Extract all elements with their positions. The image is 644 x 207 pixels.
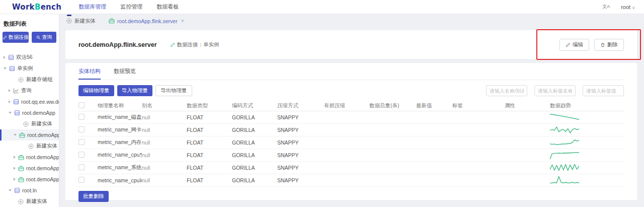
circle-plus-icon	[28, 143, 34, 150]
tree-item-label: root.demoApp.spark.ser	[26, 165, 59, 171]
tab-new-entity-label: 新建实体	[74, 18, 96, 25]
entity-connection: 数据连接：单实例	[170, 41, 219, 48]
table-row[interactable]: metric_name_内存使... null FLOAT GORILLA SN…	[78, 136, 624, 149]
column-header: 属性	[505, 102, 550, 109]
nav-item[interactable]: 数据看板	[156, 3, 179, 11]
sidebar-title: 数据列表	[0, 17, 59, 32]
circle-plus-icon	[23, 121, 29, 127]
link-icon	[170, 42, 175, 47]
search-name-input[interactable]	[486, 85, 527, 96]
metric-trend-sparkline	[550, 150, 624, 160]
table-row[interactable]: metric_name_磁盘空... null FLOAT GORILLA SN…	[78, 111, 624, 124]
tree-item[interactable]: 单实例	[0, 63, 59, 74]
table-row[interactable]: metric_name_网卡流入 null FLOAT GORILLA SNAP…	[78, 124, 624, 136]
logo-work: Work	[12, 3, 35, 12]
trash-icon	[600, 42, 605, 47]
nav-item[interactable]: 数据库管理	[78, 3, 106, 11]
select-all-checkbox[interactable]	[78, 102, 85, 108]
row-checkbox[interactable]	[78, 126, 85, 132]
tree-arrow-icon[interactable]	[14, 178, 16, 181]
metric-trend-sparkline	[550, 163, 624, 173]
edit-metrics-button[interactable]: 编辑物理量	[78, 85, 114, 96]
search-tag-value-input[interactable]	[583, 85, 624, 96]
database-icon	[14, 187, 20, 194]
tree-item-label: 双活56	[16, 54, 33, 61]
nav-item[interactable]: 监控管理	[120, 3, 142, 11]
edit-label: 编辑	[573, 41, 583, 48]
column-header: 数据趋势	[550, 102, 624, 109]
table-row[interactable]: metric_name_系统cpu... null FLOAT GORILLA …	[78, 162, 624, 174]
metric-encoding: GORILLA	[232, 152, 277, 158]
tree-arrow-icon[interactable]	[4, 56, 6, 59]
tree-item[interactable]: 查询	[0, 85, 59, 96]
column-header: 数据总量(条)	[369, 102, 416, 109]
tree-item[interactable]: root.ln	[0, 185, 59, 196]
close-icon[interactable]: ×	[181, 18, 184, 24]
tree-arrow-icon[interactable]	[14, 134, 17, 136]
database-icon	[13, 99, 19, 105]
row-checkbox[interactable]	[78, 139, 85, 145]
pencil-icon	[566, 42, 571, 47]
tree-arrow-icon[interactable]	[9, 189, 12, 191]
metric-trend-sparkline	[550, 137, 624, 148]
collapse-indicator[interactable]	[67, 15, 71, 16]
table-row[interactable]: metric_name_cpu空闲... null FLOAT GORILLA …	[78, 149, 624, 162]
batch-delete-button[interactable]: 批量删除	[78, 191, 109, 202]
tab-entity-structure[interactable]: 实体结构	[78, 67, 101, 80]
tree-item[interactable]: root.qq.ee.ww.dd	[0, 96, 59, 107]
search-tag-name-input[interactable]	[534, 85, 576, 96]
column-header: 编码方式	[232, 102, 277, 109]
row-checkbox[interactable]	[78, 152, 85, 158]
table-row[interactable]: metric_name_cpuIoW... null FLOAT GORILLA…	[78, 174, 624, 187]
row-checkbox[interactable]	[78, 177, 85, 183]
user-menu[interactable]: root∨	[621, 4, 635, 10]
data-connection-button[interactable]: 数据连接	[3, 32, 29, 43]
metric-encoding: GORILLA	[232, 177, 277, 183]
username: root	[621, 4, 630, 10]
metric-alias: null	[142, 127, 187, 133]
tree-arrow-icon[interactable]	[4, 67, 7, 70]
tree-arrow-icon[interactable]	[9, 112, 12, 114]
tree-item[interactable]: root.demoApp.spark.ser	[0, 163, 59, 174]
column-header: 压缩方式	[277, 102, 324, 109]
tree-item[interactable]: 新建实体	[0, 141, 59, 152]
tree-item[interactable]: root.demoApp.flink.stat	[0, 152, 59, 163]
tree-item[interactable]: 新建实体	[0, 196, 59, 207]
language-icon[interactable]: 文A	[602, 4, 610, 10]
tab-new-entity[interactable]: 新建实体	[66, 18, 96, 25]
logo-b: B	[35, 3, 41, 12]
sidebar: 数据列表 数据连接 查询 双活56 单实例 新建存储组 查询 root.qq.e…	[0, 14, 59, 207]
tree-item[interactable]: 双活56	[0, 52, 59, 63]
delete-button[interactable]: 删除	[594, 39, 624, 51]
tab-active-entity[interactable]: root.demoApp.flink.server ×	[109, 18, 184, 24]
tree-item[interactable]: root.demoApp	[0, 107, 59, 118]
tree-item[interactable]: 新建实体	[0, 118, 59, 129]
tree-item[interactable]: root.demoApp.flink.serv	[0, 129, 59, 141]
tree-item-label: root.demoApp.flink.serv	[27, 132, 59, 138]
tree-arrow-icon[interactable]	[14, 167, 16, 170]
edit-button[interactable]: 编辑	[559, 39, 589, 51]
metric-alias: null	[142, 140, 187, 146]
tab-data-preview[interactable]: 数据预览	[114, 67, 136, 80]
tree-arrow-icon[interactable]	[9, 100, 11, 103]
column-header: 最新值	[416, 102, 452, 109]
tree-arrow-icon[interactable]	[9, 89, 11, 92]
row-checkbox[interactable]	[78, 114, 85, 120]
metric-trend-sparkline	[550, 112, 624, 122]
data-connection-label: 数据连接	[9, 34, 29, 41]
database-icon	[8, 54, 14, 61]
tree-item[interactable]: 新建存储组	[0, 74, 59, 85]
import-metrics-button[interactable]: 导入物理量	[117, 85, 153, 96]
query-button[interactable]: 查询	[32, 32, 56, 43]
tree-item-label: root.qq.ee.ww.dd	[21, 99, 59, 105]
tab-active-label: root.demoApp.flink.server	[117, 18, 178, 24]
sidebar-tree: 双活56 单实例 新建存储组 查询 root.qq.ee.ww.dd root.…	[0, 52, 59, 207]
entity-icon	[18, 176, 24, 183]
export-metrics-button[interactable]: 导出物理量	[155, 85, 192, 96]
metric-name: metric_name_cpuIoW...	[98, 177, 142, 183]
entity-icon	[18, 165, 24, 172]
tree-arrow-icon[interactable]	[14, 156, 16, 159]
tree-item[interactable]: root.demoApp.spark.sta	[0, 174, 59, 185]
entity-header-card: root.demoApp.flink.server 数据连接：单实例 编辑 删除	[65, 30, 637, 59]
row-checkbox[interactable]	[78, 164, 85, 170]
